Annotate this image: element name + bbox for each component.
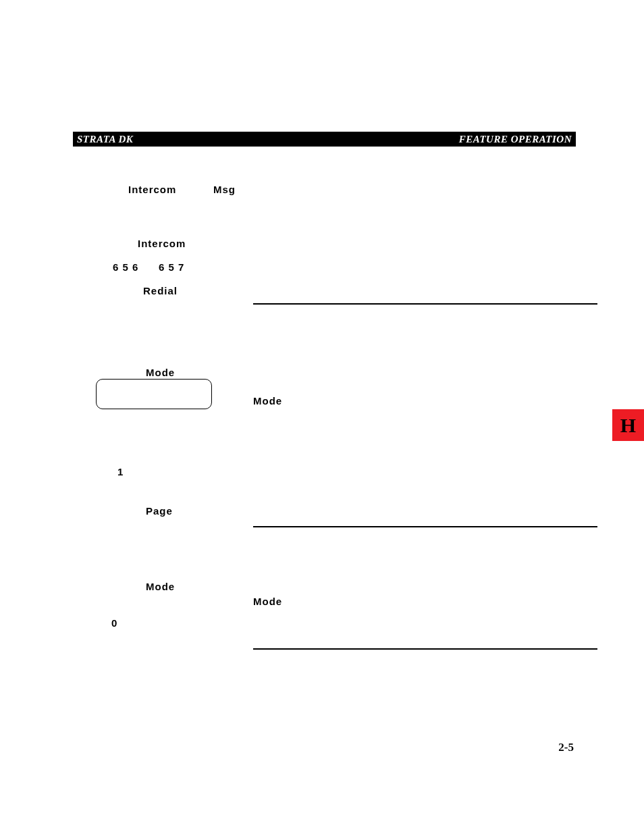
header-left-text: STRATA DK bbox=[77, 134, 133, 145]
label-digits-656: 6 5 6 bbox=[113, 261, 138, 273]
label-intercom-2: Intercom bbox=[138, 238, 186, 249]
page-number: 2-5 bbox=[558, 741, 574, 754]
label-zero: 0 bbox=[111, 617, 117, 629]
section-tab: H bbox=[612, 409, 644, 441]
label-redial: Redial bbox=[143, 285, 178, 296]
label-mode-3: Mode bbox=[146, 581, 175, 592]
label-mode-2: Mode bbox=[253, 395, 282, 407]
header-right-text: FEATURE OPERATION bbox=[459, 134, 572, 145]
instruction-box bbox=[96, 379, 212, 409]
page-header-bar: STRATA DK FEATURE OPERATION bbox=[73, 132, 576, 147]
label-msg: Msg bbox=[213, 184, 236, 195]
label-one: 1 bbox=[117, 466, 124, 477]
label-mode-1: Mode bbox=[146, 367, 175, 378]
label-mode-4: Mode bbox=[253, 596, 282, 607]
label-digits-657: 6 5 7 bbox=[159, 261, 184, 273]
label-intercom-1: Intercom bbox=[128, 184, 176, 195]
divider-1 bbox=[253, 303, 597, 305]
divider-3 bbox=[253, 648, 597, 650]
section-tab-letter: H bbox=[620, 414, 636, 437]
label-page: Page bbox=[146, 505, 173, 517]
document-page: STRATA DK FEATURE OPERATION H Intercom M… bbox=[0, 0, 644, 834]
divider-2 bbox=[253, 526, 597, 527]
